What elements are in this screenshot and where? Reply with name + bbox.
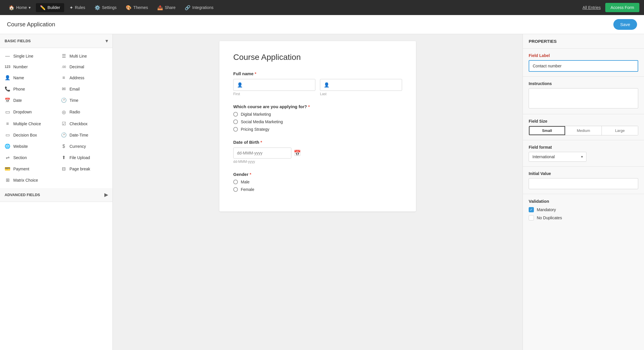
field-radio[interactable]: ◎ Radio — [56, 106, 113, 118]
course-label: Which course are you applying for?* — [233, 104, 402, 109]
course-radio-1[interactable] — [233, 112, 238, 117]
decision-box-label: Decision Box — [13, 133, 37, 137]
field-section[interactable]: ⇌ Section — [0, 152, 56, 163]
field-name[interactable]: 👤 Name — [0, 72, 56, 83]
dob-label: Date of Birth* — [233, 140, 402, 145]
nav-rules-label: Rules — [75, 5, 85, 10]
course-required: * — [308, 104, 310, 109]
dropdown-label: Dropdown — [13, 110, 32, 114]
time-label: Time — [70, 98, 79, 103]
nav-integrations[interactable]: 🔗 Integrations — [181, 3, 217, 12]
field-payment[interactable]: 💳 Payment — [0, 163, 56, 174]
field-size-heading: Field Size — [529, 119, 638, 124]
save-button[interactable]: Save — [613, 19, 637, 30]
gender-male-label: Male — [241, 180, 249, 184]
course-option-1-label: Digital Marketing — [241, 112, 271, 117]
payment-icon: 💳 — [5, 166, 10, 172]
multiple-choice-icon: ≡ — [5, 121, 10, 126]
first-name-input[interactable]: 👤 — [233, 79, 315, 91]
name-field-label: Name — [13, 75, 24, 80]
date-time-icon: 🕐 — [61, 132, 67, 138]
field-date-time[interactable]: 🕐 Date-Time — [56, 129, 113, 141]
email-icon: ✉ — [61, 86, 67, 92]
field-decision-box[interactable]: ▭ Decision Box — [0, 129, 56, 141]
page-break-label: Page break — [70, 167, 90, 171]
nav-share[interactable]: 📤 Share — [153, 3, 179, 12]
name-field-icon: 👤 — [5, 75, 10, 80]
nav-themes[interactable]: 🎨 Themes — [122, 3, 152, 12]
integrations-icon: 🔗 — [185, 5, 190, 10]
field-decimal[interactable]: .00 Decimal — [56, 62, 113, 72]
first-name-wrap: 👤 First — [233, 79, 315, 96]
nav-settings[interactable]: ⚙️ Settings — [90, 3, 121, 12]
course-radio-2[interactable] — [233, 119, 238, 124]
gender-label: Gender* — [233, 172, 402, 177]
size-small-button[interactable]: Small — [529, 126, 565, 135]
field-page-break[interactable]: ⊟ Page break — [56, 163, 113, 174]
last-name-label: Last — [320, 92, 402, 96]
field-checkbox[interactable]: ☑ Checkbox — [56, 118, 113, 129]
mandatory-checkbox[interactable]: ✓ — [529, 207, 534, 212]
checkbox-icon: ☑ — [61, 121, 67, 126]
website-icon: 🌐 — [5, 143, 10, 149]
field-single-line[interactable]: — Single Line — [0, 50, 56, 62]
field-label-input[interactable] — [529, 60, 638, 72]
instructions-heading: Instructions — [529, 81, 638, 86]
field-email[interactable]: ✉ Email — [56, 83, 113, 95]
nav-builder-label: Builder — [47, 5, 60, 10]
advanced-fields-chevron: ▶ — [104, 192, 108, 198]
calendar-icon[interactable]: 📅 — [294, 150, 301, 156]
currency-icon: $ — [61, 144, 67, 149]
all-entries-link[interactable]: All Entries — [582, 5, 601, 10]
nav-home[interactable]: 🏠 Home ▾ — [5, 3, 35, 12]
phone-icon: 📞 — [5, 86, 10, 92]
access-form-button[interactable]: Access Form — [605, 3, 639, 12]
address-label: Address — [70, 75, 84, 80]
field-address[interactable]: ≡ Address — [56, 72, 113, 83]
nav-builder[interactable]: ✏️ Builder — [36, 3, 64, 12]
field-website[interactable]: 🌐 Website — [0, 141, 56, 152]
file-upload-icon: ⬆ — [61, 155, 67, 160]
field-time[interactable]: 🕐 Time — [56, 95, 113, 106]
form-card-title: Course Application — [233, 53, 402, 62]
field-currency[interactable]: $ Currency — [56, 141, 113, 152]
date-icon: 📅 — [5, 97, 10, 103]
dob-input[interactable] — [233, 148, 291, 159]
field-phone[interactable]: 📞 Phone — [0, 83, 56, 95]
number-icon: 123 — [5, 65, 10, 69]
size-large-button[interactable]: Large — [602, 126, 638, 135]
no-duplicates-checkbox[interactable] — [529, 215, 534, 220]
field-format-select[interactable]: International National Any — [529, 152, 586, 162]
size-medium-button[interactable]: Medium — [565, 126, 602, 135]
basic-fields-chevron: ▾ — [106, 38, 108, 44]
page-break-icon: ⊟ — [61, 166, 67, 172]
field-file-upload[interactable]: ⬆ File Upload — [56, 152, 113, 163]
no-duplicates-label: No Duplicates — [537, 215, 562, 220]
address-icon: ≡ — [61, 75, 67, 80]
advanced-fields-header[interactable]: ADVANCED FIELDS ▶ — [0, 188, 112, 202]
instructions-section: Instructions — [523, 77, 644, 114]
nav-rules[interactable]: ✦ Rules — [65, 3, 89, 12]
dropdown-icon: ▭ — [5, 109, 10, 115]
multiple-choice-label: Multiple Choice — [13, 121, 41, 126]
field-multiple-choice[interactable]: ≡ Multiple Choice — [0, 118, 56, 129]
first-name-label: First — [233, 92, 315, 96]
course-radio-3[interactable] — [233, 127, 238, 132]
matrix-choice-label: Matrix Choice — [13, 178, 38, 183]
last-name-input[interactable]: 👤 — [320, 79, 402, 91]
gender-option-female: Female — [233, 187, 402, 192]
field-date[interactable]: 📅 Date — [0, 95, 56, 106]
full-name-required: * — [255, 71, 256, 76]
instructions-input[interactable] — [529, 88, 638, 108]
course-option-2-label: Social Media Marketing — [241, 119, 283, 124]
course-option-1: Digital Marketing — [233, 112, 402, 117]
gender-radio-male[interactable] — [233, 180, 238, 184]
field-multi-line[interactable]: ☰ Multi Line — [56, 50, 113, 62]
full-name-label: Full name* — [233, 71, 402, 76]
field-number[interactable]: 123 Number — [0, 62, 56, 72]
field-matrix-choice[interactable]: ⊞ Matrix Choice — [0, 174, 56, 186]
mandatory-row: ✓ Mandatory — [529, 207, 638, 212]
initial-value-input[interactable] — [529, 178, 638, 189]
gender-radio-female[interactable] — [233, 187, 238, 192]
field-dropdown[interactable]: ▭ Dropdown — [0, 106, 56, 118]
